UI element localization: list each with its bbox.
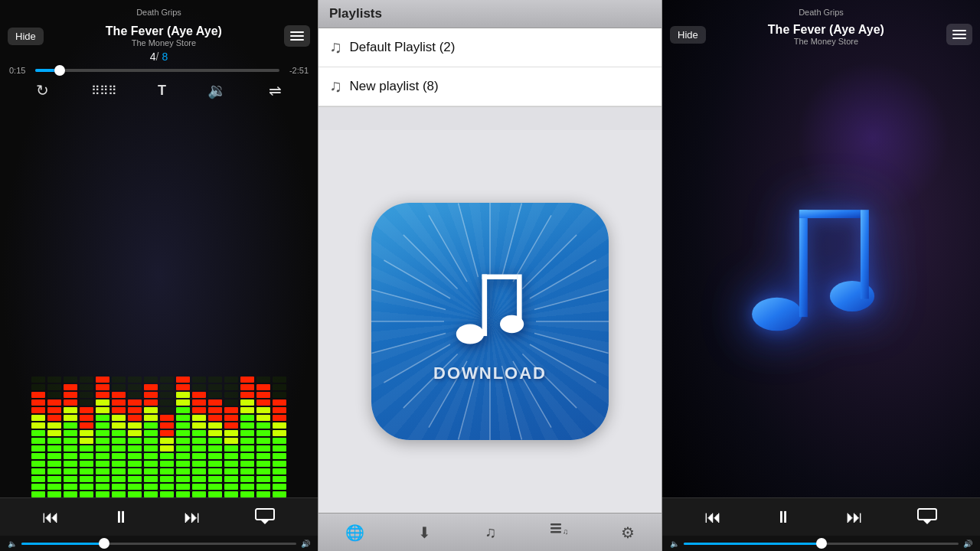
progress-bar[interactable] <box>35 69 279 72</box>
time-remaining: -2:51 <box>284 66 309 75</box>
right-volume-track[interactable] <box>684 543 959 545</box>
left-transport: ⏮ ⏸ ⏭ <box>0 497 318 536</box>
eq-segment <box>208 422 222 429</box>
right-hide-button[interactable]: Hide <box>670 26 706 44</box>
right-next-button[interactable]: ⏭ <box>846 507 863 527</box>
eq-bar-col-12 <box>224 377 238 497</box>
prev-button[interactable]: ⏮ <box>42 507 59 527</box>
airplay-button[interactable] <box>254 507 276 527</box>
eq-segment <box>273 438 286 444</box>
eq-segment <box>176 415 190 421</box>
eq-segment <box>144 415 158 421</box>
eq-bar-col-7 <box>144 377 158 497</box>
eq-segment <box>224 399 238 406</box>
right-menu-button[interactable] <box>946 24 972 45</box>
eq-segment <box>96 407 109 413</box>
progress-thumb[interactable] <box>54 65 65 76</box>
eq-segment <box>176 461 190 467</box>
right-play-pause-button[interactable]: ⏸ <box>775 507 792 527</box>
center-divider <box>318 107 662 130</box>
right-music-note-icon <box>737 196 906 349</box>
eq-segment <box>160 430 174 436</box>
center-image-area: DOWNLOAD <box>318 130 662 513</box>
eq-segment <box>80 453 93 459</box>
eq-segment <box>240 476 254 482</box>
tab-playlist[interactable]: ♫ <box>480 519 501 546</box>
right-airplay-button[interactable] <box>916 507 938 527</box>
tab-download[interactable]: ⬇ <box>413 519 436 546</box>
eq-segment <box>192 445 206 452</box>
eq-segment <box>64 445 77 452</box>
eq-segment <box>208 484 222 490</box>
eq-segment <box>192 461 206 467</box>
eq-bar-col-5 <box>112 377 126 497</box>
right-music-icon-area <box>662 47 980 497</box>
eq-segment <box>64 384 77 390</box>
lyrics-button[interactable]: T <box>158 83 166 99</box>
tab-settings[interactable]: ⚙ <box>616 519 639 546</box>
volume-button[interactable]: 🔉 <box>207 81 227 99</box>
eq-segment <box>47 407 61 413</box>
eq-segment <box>96 430 109 436</box>
eq-segment <box>224 461 238 467</box>
right-volume-thumb[interactable] <box>816 538 827 549</box>
eq-segment <box>192 491 206 497</box>
left-header-row: Hide The Fever (Aye Aye) The Money Store <box>0 21 318 49</box>
shuffle-button[interactable]: ⇌ <box>269 81 282 99</box>
eq-segment <box>256 491 270 497</box>
eq-segment <box>47 453 61 459</box>
playlist-item-default[interactable]: ♫ Default Playlist (2) <box>318 28 662 67</box>
download-music-note-icon <box>440 259 540 359</box>
tab-queue[interactable]: ♫ <box>546 519 572 546</box>
svg-rect-39 <box>860 210 868 298</box>
eq-segment <box>31 468 45 474</box>
left-hide-button[interactable]: Hide <box>8 28 44 45</box>
download-button[interactable]: DOWNLOAD <box>371 203 609 440</box>
track-current: 4 <box>150 51 156 63</box>
eq-segment <box>256 430 270 436</box>
equalizer-button[interactable]: ⠿⠿⠿ <box>91 83 116 98</box>
eq-segment <box>47 438 61 444</box>
eq-segment <box>80 377 93 383</box>
eq-segment <box>64 438 77 444</box>
play-pause-button[interactable]: ⏸ <box>113 507 129 527</box>
eq-segment <box>112 461 126 467</box>
eq-segment <box>144 377 158 383</box>
next-button[interactable]: ⏭ <box>184 507 201 527</box>
playlist-item-new[interactable]: ♫ New playlist (8) <box>318 67 662 106</box>
svg-rect-28 <box>482 275 488 337</box>
eq-segment <box>144 430 158 436</box>
eq-segment <box>144 476 158 482</box>
eq-segment <box>31 422 45 429</box>
eq-segment <box>208 453 222 459</box>
eq-segment <box>176 468 190 474</box>
eq-segment <box>192 484 206 490</box>
tab-globe[interactable]: 🌐 <box>341 519 369 546</box>
controls-row: ↻ ⠿⠿⠿ T 🔉 ⇌ <box>0 77 318 104</box>
eq-segment <box>64 484 77 490</box>
eq-segment <box>47 476 61 482</box>
eq-segment <box>192 422 206 429</box>
eq-segment <box>112 377 126 383</box>
right-prev-button[interactable]: ⏮ <box>704 507 721 527</box>
eq-segment <box>208 392 222 398</box>
eq-segment <box>224 445 238 452</box>
eq-segment <box>224 430 238 436</box>
eq-segment <box>208 415 222 421</box>
eq-segment <box>273 384 286 390</box>
svg-line-19 <box>371 334 446 354</box>
eq-segment <box>31 399 45 406</box>
eq-segment <box>176 392 190 398</box>
left-volume-track[interactable] <box>21 543 296 545</box>
eq-segment <box>96 445 109 452</box>
svg-rect-32 <box>550 527 561 530</box>
eq-segment <box>176 407 190 413</box>
repeat-button[interactable]: ↻ <box>36 81 49 99</box>
eq-segment <box>144 438 158 444</box>
eq-segment <box>224 491 238 497</box>
eq-segment <box>208 461 222 467</box>
left-menu-button[interactable] <box>284 25 310 47</box>
eq-segment <box>176 453 190 459</box>
left-volume-thumb[interactable] <box>99 538 109 549</box>
right-song-title: The Fever (Aye Aye) <box>706 23 946 37</box>
